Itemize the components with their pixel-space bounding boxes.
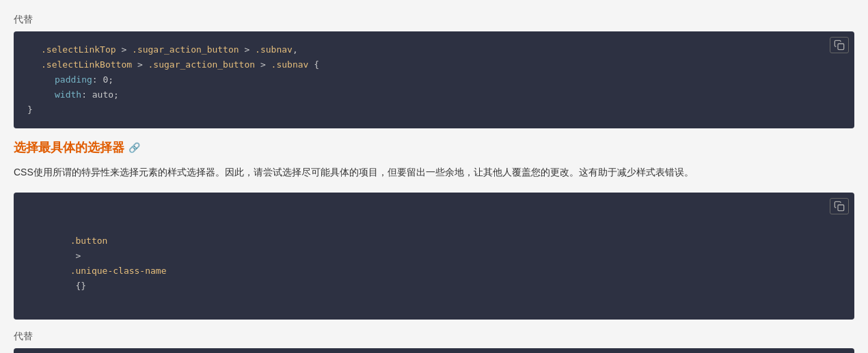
section2-label: 代替 — [14, 330, 854, 343]
copy-button-2[interactable] — [830, 198, 849, 214]
svg-rect-1 — [838, 205, 844, 211]
section2-description: CSS使用所谓的特异性来选择元素的样式选择器。因此，请尝试选择尽可能具体的项目，… — [14, 164, 854, 181]
copy-icon-2 — [834, 201, 845, 212]
svg-rect-0 — [838, 44, 844, 50]
code-block-2: .button > .unique-class-name {} — [14, 193, 854, 320]
code-content-2: .button > .unique-class-name {} — [27, 203, 841, 309]
page-container: 代替 .selectLinkTop > .sugar_action_button… — [0, 0, 868, 353]
anchor-link-icon[interactable]: 🔗 — [128, 142, 140, 153]
section2-heading-text: 选择最具体的选择器 — [14, 139, 124, 156]
code-block-1: .selectLinkTop > .sugar_action_button > … — [14, 31, 854, 128]
section1-label: 代替 — [14, 14, 854, 26]
copy-icon-1 — [834, 40, 845, 51]
copy-button-1[interactable] — [830, 37, 849, 53]
code-content-1: .selectLinkTop > .sugar_action_button > … — [27, 42, 841, 117]
code-block-3: .button span {} — [14, 348, 854, 353]
section2-heading: 选择最具体的选择器 🔗 — [14, 139, 854, 156]
